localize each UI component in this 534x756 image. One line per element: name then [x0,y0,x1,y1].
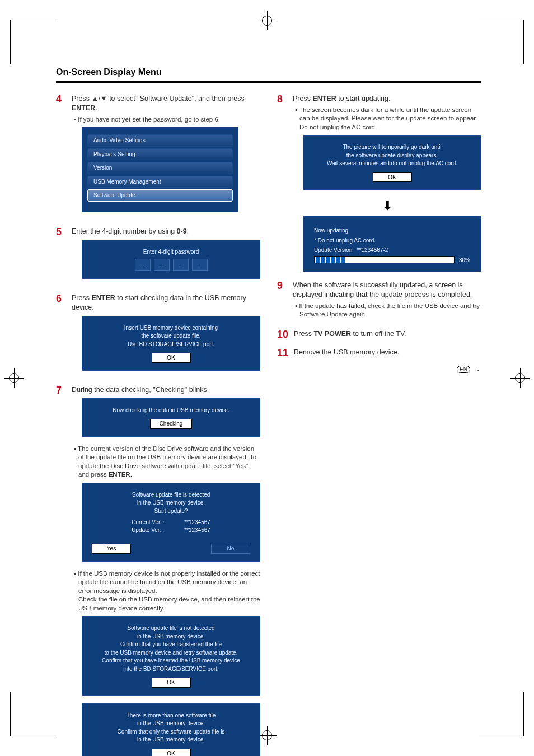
menu-item-selected[interactable]: Software Update [87,189,233,202]
ok-button[interactable]: OK [152,678,191,688]
page: On-Screen Display Menu 4 Press ▲/▼ to se… [56,67,481,756]
section-title: On-Screen Display Menu [56,67,481,83]
dialog-line: Confirm that you have transferred the fi… [92,641,250,648]
menu-item[interactable]: Playback Setting [87,148,233,161]
dialog-line: Use BD STORAGE/SERVICE port. [92,340,250,348]
dialog-line: Now checking the data in USB memory devi… [92,407,250,414]
registration-mark [510,368,530,388]
step-4: 4 Press ▲/▼ to select "Software Update",… [56,94,260,220]
step-10: 10 Press TV POWER to turn off the TV. [277,329,481,341]
arrow-down-icon: ⬇ [293,198,481,214]
step-7-sub-a: The current version of the Disc Drive so… [72,445,260,479]
password-cell[interactable]: – [154,259,170,271]
dialog-line: the software update display appears. [313,152,471,160]
step-number: 9 [277,281,287,323]
dialog-line: in the USB memory device. [92,499,250,507]
step-8-sub: The screen becomes dark for a while unti… [293,106,481,132]
step-9-sub: If the update has failed, check the file… [293,302,481,319]
password-cell[interactable]: – [135,259,151,271]
step-5-text: Enter the 4-digit number by using 0-9. [72,227,260,236]
registration-mark [4,368,24,388]
label: Current Ver. : [132,519,171,526]
step-9-text: When the software is successfully update… [293,281,481,300]
checking-button: Checking [150,419,193,429]
menu-item[interactable]: Audio Video Settings [87,134,233,147]
now-updating-title: Now updating [314,227,470,235]
go-dark-dialog: The picture will temporarily go dark unt… [303,135,481,190]
password-dialog-title: Enter 4-digit password [92,248,250,256]
dialog-line: into the BD STORAGE/SERVICE port. [92,665,250,673]
insert-usb-dialog: Insert USB memory device containing the … [82,316,260,371]
value: **1234567 [184,519,210,526]
step-4-sub: If you have not yet set the password, go… [72,115,260,124]
dialog-line: Software update file is not detected [92,624,250,632]
step-number: 11 [277,348,288,360]
dialog-line: to the USB memory device and retry softw… [92,649,250,657]
update-version-row: Update Ver. : **1234567 [92,526,250,534]
dialog-line: Confirm that you have inserted the USB m… [92,657,250,665]
step-number: 5 [56,227,66,287]
multiple-files-dialog: There is more than one software file in … [82,703,260,756]
label: Update Ver. : [132,526,171,534]
step-number: 7 [56,385,66,756]
footer-dash: - [477,367,479,373]
unplug-warning: * Do not unplug AC cord. [314,237,470,245]
footer-lang-badge: EN [457,366,470,373]
dialog-line: Confirm that only the software update fi… [92,728,250,736]
step-number: 10 [277,329,288,341]
right-column: 8 Press ENTER to start updating. The scr… [277,94,481,756]
password-cells: – – – – [92,259,250,271]
dialog-line: the software update file. [92,332,250,340]
password-dialog: Enter 4-digit password – – – – [82,240,260,279]
step-6: 6 Press ENTER to start checking data in … [56,293,260,379]
registration-mark [257,11,277,30]
step-11-text: Remove the USB memory device. [294,348,481,357]
step-8: 8 Press ENTER to start updating. The scr… [277,94,481,274]
step-5: 5 Enter the 4-digit number by using 0-9.… [56,227,260,287]
ok-button[interactable]: OK [373,172,412,183]
step-number: 6 [56,293,66,379]
dialog-line: in the USB memory device. [92,633,250,641]
yes-button[interactable]: Yes [92,544,131,554]
step-11: 11 Remove the USB memory device. [277,348,481,360]
progress-bar [314,256,455,263]
left-column: 4 Press ▲/▼ to select "Software Update",… [56,94,260,756]
update-version-row: Update Version **1234567-2 [314,246,470,254]
step-8-text: Press ENTER to start updating. [293,94,481,104]
dialog-line: in the USB memory device. [92,736,250,744]
crop-mark [10,692,55,736]
checking-dialog: Now checking the data in USB memory devi… [82,398,260,437]
no-button[interactable]: No [211,544,250,554]
dialog-line: Start update? [92,507,250,515]
ok-button[interactable]: OK [152,749,191,756]
menu-item[interactable]: USB Memory Management [87,176,233,188]
step-7: 7 During the data checking, "Checking" b… [56,385,260,756]
progress-percent: 30% [459,256,470,264]
update-detected-dialog: Software update file is detected in the … [82,483,260,562]
dialog-line: The picture will temporarily go dark unt… [313,143,471,151]
password-cell[interactable]: – [192,259,208,271]
crop-mark [479,692,524,736]
step-7-sub-b: If the USB memory device is not properly… [72,570,260,613]
dialog-line: Wait several minutes and do not unplug t… [313,160,471,167]
not-detected-dialog: Software update file is not detected in … [82,616,260,696]
value: **1234567 [184,526,210,534]
step-7-text: During the data checking, "Checking" bli… [72,385,260,395]
step-number: 8 [277,94,287,274]
step-9: 9 When the software is successfully upda… [277,281,481,323]
crop-mark [479,20,524,64]
password-cell[interactable]: – [173,259,189,271]
dialog-line: Software update file is detected [92,491,250,499]
step-4-text: Press ▲/▼ to select "Software Update", a… [72,94,260,113]
dialog-line: There is more than one software file [92,712,250,720]
step-number: 4 [56,94,66,220]
dialog-line: Insert USB memory device containing [92,324,250,332]
crop-mark [10,20,55,64]
settings-menu: Audio Video Settings Playback Setting Ve… [82,127,238,212]
menu-item[interactable]: Version [87,162,233,174]
step-6-text: Press ENTER to start checking data in th… [72,293,260,312]
now-updating-panel: Now updating * Do not unplug AC cord. Up… [303,216,481,272]
current-version-row: Current Ver. : **1234567 [92,519,250,526]
dialog-line: in the USB memory device. [92,720,250,727]
ok-button[interactable]: OK [152,353,191,363]
